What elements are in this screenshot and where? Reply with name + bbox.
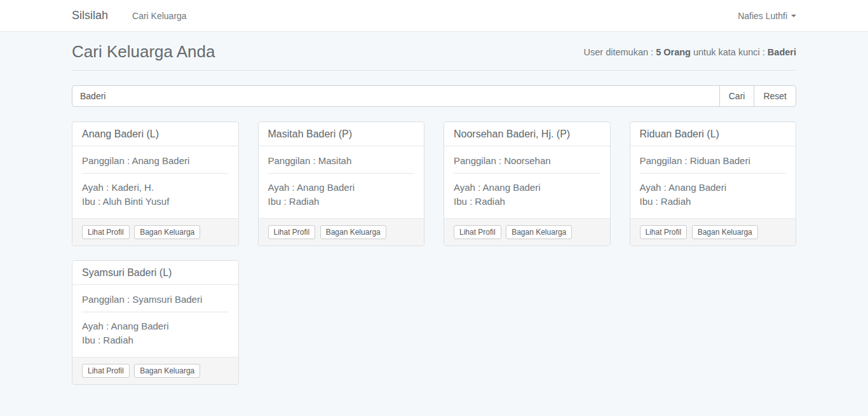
divider bbox=[454, 173, 600, 174]
search-input[interactable] bbox=[72, 85, 720, 107]
result-prefix: User ditemukan : bbox=[584, 47, 656, 57]
divider bbox=[82, 312, 229, 312]
user-menu-label: Nafies Luthfi bbox=[738, 11, 787, 21]
ayah-line: Ayah : Anang Baderi bbox=[454, 181, 600, 195]
person-card: Syamsuri Baderi (L) Panggilan : Syamsuri… bbox=[72, 260, 239, 385]
bagan-keluarga-button[interactable]: Bagan Keluarga bbox=[320, 225, 386, 239]
person-card-footer: Lihat Profil Bagan Keluarga bbox=[444, 218, 610, 246]
person-card: Anang Baderi (L) Panggilan : Anang Bader… bbox=[72, 121, 239, 246]
result-middle: untuk kata kunci : bbox=[691, 47, 768, 57]
navbar: Silsilah Cari Keluarga Nafies Luthfi bbox=[0, 0, 868, 32]
bagan-keluarga-button[interactable]: Bagan Keluarga bbox=[506, 225, 572, 239]
page-header: Cari Keluarga Anda User ditemukan : 5 Or… bbox=[72, 42, 796, 71]
person-card-body: Panggilan : Syamsuri Baderi Ayah : Anang… bbox=[72, 285, 238, 357]
divider bbox=[82, 173, 229, 174]
ayah-line: Ayah : Kaderi, H. bbox=[82, 181, 229, 195]
user-menu-dropdown[interactable]: Nafies Luthfi bbox=[738, 11, 796, 21]
person-card: Riduan Baderi (L) Panggilan : Riduan Bad… bbox=[630, 121, 797, 246]
person-card: Masitah Baderi (P) Panggilan : Masitah A… bbox=[258, 121, 425, 246]
page-title: Cari Keluarga Anda bbox=[72, 42, 215, 62]
result-keyword: Baderi bbox=[768, 47, 796, 57]
lihat-profil-button[interactable]: Lihat Profil bbox=[82, 364, 130, 378]
bagan-keluarga-button[interactable]: Bagan Keluarga bbox=[134, 225, 200, 239]
panggilan-line: Panggilan : Noorsehan bbox=[454, 156, 600, 166]
person-card-title: Masitah Baderi (P) bbox=[259, 122, 424, 146]
person-card: Noorsehan Baderi, Hj. (P) Panggilan : No… bbox=[444, 121, 611, 246]
person-card-title: Anang Baderi (L) bbox=[72, 122, 238, 146]
person-card-footer: Lihat Profil Bagan Keluarga bbox=[72, 357, 238, 384]
lihat-profil-button[interactable]: Lihat Profil bbox=[268, 225, 316, 239]
cari-button[interactable]: Cari bbox=[719, 85, 755, 107]
nav-item-cari-keluarga[interactable]: Cari Keluarga bbox=[132, 11, 187, 21]
panggilan-line: Panggilan : Riduan Baderi bbox=[640, 156, 787, 166]
person-cards-grid: Anang Baderi (L) Panggilan : Anang Bader… bbox=[72, 121, 796, 385]
ibu-line: Ibu : Radiah bbox=[268, 195, 415, 209]
divider bbox=[268, 173, 415, 174]
chevron-down-icon bbox=[791, 15, 796, 17]
ibu-line: Ibu : Aluh Binti Yusuf bbox=[82, 195, 229, 209]
panggilan-line: Panggilan : Syamsuri Baderi bbox=[82, 295, 229, 305]
divider bbox=[640, 173, 787, 174]
person-card-footer: Lihat Profil Bagan Keluarga bbox=[259, 218, 424, 246]
brand-silsilah[interactable]: Silsilah bbox=[72, 9, 108, 22]
panggilan-line: Panggilan : Anang Baderi bbox=[82, 156, 229, 166]
person-card-body: Panggilan : Anang Baderi Ayah : Kaderi, … bbox=[72, 146, 238, 218]
ayah-line: Ayah : Anang Baderi bbox=[268, 181, 415, 195]
reset-button[interactable]: Reset bbox=[754, 85, 796, 107]
lihat-profil-button[interactable]: Lihat Profil bbox=[82, 225, 130, 239]
person-card-title: Noorsehan Baderi, Hj. (P) bbox=[444, 122, 610, 146]
result-summary: User ditemukan : 5 Orang untuk kata kunc… bbox=[584, 47, 796, 57]
search-form: Cari Reset bbox=[72, 85, 796, 107]
ayah-line: Ayah : Anang Baderi bbox=[82, 319, 229, 333]
result-count: 5 Orang bbox=[656, 47, 691, 57]
lihat-profil-button[interactable]: Lihat Profil bbox=[454, 225, 501, 239]
person-card-body: Panggilan : Noorsehan Ayah : Anang Bader… bbox=[444, 146, 610, 218]
person-card-footer: Lihat Profil Bagan Keluarga bbox=[630, 218, 796, 246]
person-card-title: Syamsuri Baderi (L) bbox=[72, 261, 238, 285]
ibu-line: Ibu : Radiah bbox=[82, 333, 229, 347]
person-card-title: Riduan Baderi (L) bbox=[630, 122, 796, 146]
bagan-keluarga-button[interactable]: Bagan Keluarga bbox=[134, 364, 200, 378]
panggilan-line: Panggilan : Masitah bbox=[268, 156, 415, 166]
person-card-footer: Lihat Profil Bagan Keluarga bbox=[72, 218, 238, 246]
bagan-keluarga-button[interactable]: Bagan Keluarga bbox=[692, 225, 758, 239]
ibu-line: Ibu : Radiah bbox=[454, 195, 600, 209]
main-content: Cari Keluarga Anda User ditemukan : 5 Or… bbox=[72, 42, 796, 385]
person-card-body: Panggilan : Riduan Baderi Ayah : Anang B… bbox=[630, 146, 796, 218]
ayah-line: Ayah : Anang Baderi bbox=[640, 181, 787, 195]
person-card-body: Panggilan : Masitah Ayah : Anang Baderi … bbox=[259, 146, 424, 218]
ibu-line: Ibu : Radiah bbox=[640, 195, 787, 209]
lihat-profil-button[interactable]: Lihat Profil bbox=[640, 225, 688, 239]
